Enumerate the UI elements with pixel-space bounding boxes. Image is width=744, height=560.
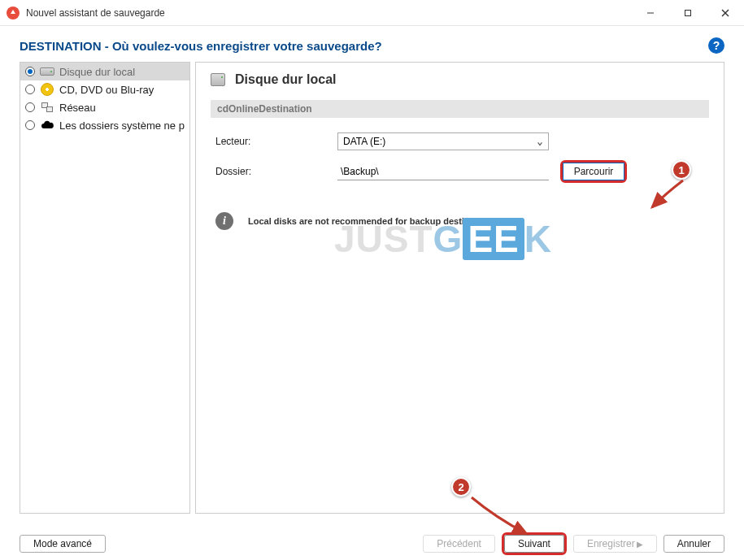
- annotation-highlight-1: Parcourir: [560, 160, 627, 183]
- disc-icon: [40, 82, 54, 97]
- content-pane: JUSTGEEK Disque dur local cdOnlineDestin…: [195, 62, 724, 514]
- window-title: Nouvel assistant de sauvegarde: [26, 7, 632, 19]
- title-bar: Nouvel assistant de sauvegarde: [0, 0, 744, 26]
- content-header: Disque dur local: [211, 71, 709, 95]
- info-text: Local disks are not recommended for back…: [248, 216, 491, 226]
- cloud-icon: [40, 118, 54, 132]
- drive-label: Lecteur:: [215, 136, 337, 147]
- sidebar-item-local-disk[interactable]: Disque dur local: [20, 63, 189, 80]
- info-row: i Local disks are not recommended for ba…: [211, 188, 709, 230]
- chevron-down-icon: [537, 138, 543, 145]
- sidebar-item-label: Les dossiers système ne p: [59, 119, 185, 132]
- window-controls: [632, 0, 744, 25]
- chevron-right-icon: ▶: [637, 540, 643, 549]
- annotation-badge-1: 1: [672, 160, 691, 180]
- sidebar-item-network[interactable]: Réseau: [20, 98, 189, 116]
- drive-row: Lecteur: DATA (E:): [211, 128, 709, 155]
- network-icon: [40, 100, 54, 115]
- radio-icon: [25, 85, 35, 94]
- folder-row: Dossier: Parcourir: [211, 155, 709, 188]
- header-row: DESTINATION - Où voulez-vous enregistrer…: [0, 26, 744, 62]
- minimize-button[interactable]: [632, 0, 669, 25]
- radio-icon: [25, 120, 35, 130]
- advanced-mode-button[interactable]: Mode avancé: [20, 535, 106, 553]
- svg-rect-1: [685, 10, 691, 15]
- browse-button[interactable]: Parcourir: [563, 163, 624, 180]
- cancel-button[interactable]: Annuler: [664, 535, 724, 553]
- folder-label: Dossier:: [215, 166, 337, 177]
- sidebar-item-optical[interactable]: CD, DVD ou Blu-ray: [20, 80, 189, 98]
- help-icon[interactable]: ?: [708, 37, 724, 54]
- info-icon: i: [215, 212, 233, 230]
- annotation-badge-2: 2: [451, 477, 471, 497]
- app-icon: [7, 7, 20, 20]
- section-label: cdOnlineDestination: [211, 100, 709, 118]
- annotation-highlight-2: Suivant: [502, 532, 567, 555]
- sidebar-item-label: Disque dur local: [59, 66, 135, 78]
- next-button[interactable]: Suivant: [504, 535, 564, 553]
- folder-input[interactable]: [337, 163, 549, 180]
- sidebar-item-label: CD, DVD ou Blu-ray: [59, 84, 154, 96]
- drive-select[interactable]: DATA (E:): [337, 132, 549, 150]
- drive-value: DATA (E:): [343, 136, 385, 147]
- sidebar-item-label: Réseau: [59, 102, 96, 114]
- radio-icon: [25, 102, 35, 112]
- sidebar-item-cloud[interactable]: Les dossiers système ne p: [20, 116, 189, 134]
- destination-sidebar: Disque dur local CD, DVD ou Blu-ray Rése…: [20, 62, 190, 514]
- page-heading: DESTINATION - Où voulez-vous enregistrer…: [20, 39, 382, 53]
- hard-disk-icon: [40, 64, 54, 79]
- footer: Mode avancé Précédent Suivant Enregistre…: [0, 527, 744, 560]
- radio-icon: [25, 67, 35, 76]
- maximize-button[interactable]: [669, 0, 707, 25]
- previous-button[interactable]: Précédent: [423, 535, 495, 553]
- content-title: Disque dur local: [235, 72, 336, 87]
- hard-disk-icon: [211, 72, 225, 87]
- save-button[interactable]: Enregistrer▶: [573, 535, 657, 553]
- close-button[interactable]: [707, 0, 744, 25]
